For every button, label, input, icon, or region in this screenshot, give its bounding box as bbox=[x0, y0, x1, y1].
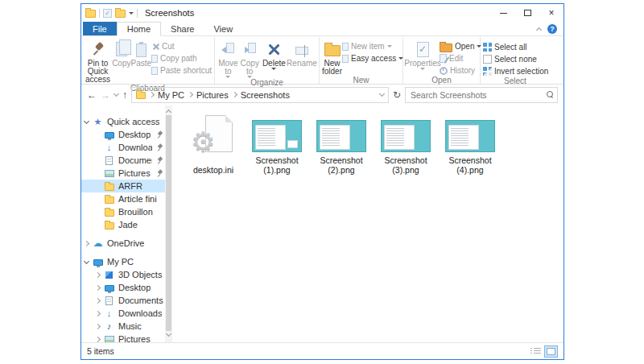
breadcrumb-pictures[interactable]: Pictures bbox=[196, 90, 229, 100]
ribbon-group-open: ✓ Properties Open Edit bbox=[403, 37, 481, 84]
edit-button[interactable]: Edit bbox=[440, 53, 481, 64]
address-breadcrumb[interactable]: My PC Pictures Screenshots bbox=[131, 87, 389, 103]
tab-home[interactable]: Home bbox=[117, 22, 161, 36]
move-to-button[interactable]: Move to bbox=[217, 39, 239, 78]
tab-file[interactable]: File bbox=[83, 22, 117, 35]
copy-to-button[interactable]: Copy to bbox=[239, 39, 261, 78]
file-list-area[interactable]: ⚙ desktop.ini Screenshot (1).png Screens… bbox=[172, 105, 564, 342]
chevron-right-icon[interactable] bbox=[84, 240, 89, 246]
history-button[interactable]: History bbox=[440, 65, 481, 76]
file-screenshot-3[interactable]: Screenshot (3).png bbox=[375, 120, 436, 175]
screenshot-thumbnail bbox=[316, 120, 366, 152]
breadcrumb-screenshots[interactable]: Screenshots bbox=[241, 90, 290, 100]
maximize-button[interactable] bbox=[515, 4, 539, 22]
up-button[interactable]: ↑ bbox=[122, 89, 127, 101]
qat-properties-icon[interactable]: ✓ bbox=[103, 9, 112, 18]
paste-button[interactable]: Paste bbox=[131, 39, 152, 68]
help-icon[interactable]: ? bbox=[547, 24, 557, 34]
ini-file-icon: ⚙ bbox=[191, 115, 236, 162]
chevron-right-icon[interactable] bbox=[95, 271, 101, 277]
refresh-button[interactable]: ↻ bbox=[393, 89, 401, 101]
new-item-button[interactable]: New item bbox=[342, 41, 403, 52]
sidebar-item-pc-documents[interactable]: Documents bbox=[81, 294, 172, 307]
easy-access-button[interactable]: Easy access bbox=[342, 53, 403, 64]
chevron-right-icon[interactable] bbox=[95, 310, 101, 316]
search-input[interactable] bbox=[406, 88, 557, 102]
select-all-icon bbox=[483, 43, 492, 52]
sidebar-item-my-pc[interactable]: My PC bbox=[81, 255, 172, 268]
copy-button[interactable]: Copy bbox=[112, 39, 130, 68]
scrollbar-thumb[interactable] bbox=[166, 115, 171, 331]
sidebar-item-onedrive[interactable]: ☁ OneDrive bbox=[81, 237, 172, 250]
sidebar-item-pc-downloads[interactable]: ↓ Downloads bbox=[81, 307, 172, 320]
sidebar-item-article-fini[interactable]: Article fini bbox=[81, 192, 172, 205]
chevron-right-icon[interactable] bbox=[95, 323, 101, 329]
file-desktop-ini[interactable]: ⚙ desktop.ini bbox=[184, 115, 243, 175]
sidebar-item-pc-desktop[interactable]: Desktop bbox=[81, 281, 172, 294]
sidebar-item-documents[interactable]: Documents bbox=[81, 154, 172, 167]
navigation-pane: ★ Quick access Desktop ↓ Downloads Docum… bbox=[81, 105, 172, 342]
folder-icon bbox=[105, 184, 114, 191]
sidebar-item-arfr[interactable]: ARFR bbox=[81, 180, 172, 192]
desktop-icon bbox=[105, 132, 114, 139]
my-pc-icon bbox=[93, 259, 103, 266]
window-title: Screenshots bbox=[145, 8, 194, 18]
new-folder-icon bbox=[324, 45, 341, 56]
dropdown-arrow-icon bbox=[420, 68, 425, 70]
ribbon-group-select: Select all Select none Invert selection … bbox=[481, 37, 550, 84]
address-bar-row: ← → ↑ My PC Pictures Screenshots ↻ bbox=[81, 85, 564, 105]
search-icon bbox=[547, 91, 553, 97]
file-screenshot-1[interactable]: Screenshot (1).png bbox=[246, 120, 308, 175]
quick-access-star-icon: ★ bbox=[93, 117, 103, 127]
sidebar-item-pc-music[interactable]: ♪ Music bbox=[81, 320, 172, 333]
select-all-button[interactable]: Select all bbox=[483, 42, 548, 52]
chevron-right-icon[interactable] bbox=[95, 297, 101, 303]
sidebar-item-desktop[interactable]: Desktop bbox=[81, 128, 172, 141]
edit-icon bbox=[440, 54, 447, 63]
chevron-down-icon[interactable] bbox=[84, 258, 89, 263]
close-button[interactable]: × bbox=[539, 4, 564, 22]
sidebar-item-downloads[interactable]: ↓ Downloads bbox=[81, 141, 172, 154]
cut-button[interactable]: Cut bbox=[151, 41, 212, 52]
scroll-up-icon[interactable] bbox=[166, 110, 171, 115]
tab-share[interactable]: Share bbox=[161, 22, 204, 35]
new-folder-button[interactable]: New folder bbox=[322, 39, 342, 76]
select-none-icon bbox=[483, 55, 492, 64]
onedrive-icon: ☁ bbox=[93, 238, 103, 249]
collapse-ribbon-icon[interactable] bbox=[536, 27, 542, 32]
back-button[interactable]: ← bbox=[87, 89, 97, 101]
chevron-right-icon[interactable] bbox=[95, 284, 101, 290]
sidebar-item-brouillon[interactable]: Brouillon bbox=[81, 205, 172, 218]
cut-icon bbox=[151, 43, 159, 51]
invert-selection-button[interactable]: Invert selection bbox=[483, 66, 548, 77]
address-dropdown-icon[interactable] bbox=[379, 91, 385, 97]
thumbnail-view-button[interactable] bbox=[544, 345, 558, 358]
sidebar-item-3d-objects[interactable]: 3D Objects bbox=[81, 268, 172, 281]
breadcrumb-my-pc[interactable]: My PC bbox=[158, 90, 184, 100]
chevron-right-icon[interactable] bbox=[95, 336, 101, 341]
sidebar-scrollbar[interactable] bbox=[165, 105, 172, 342]
details-view-button[interactable] bbox=[530, 346, 542, 356]
open-button[interactable]: Open bbox=[440, 41, 481, 52]
copy-path-button[interactable]: Copy path bbox=[151, 53, 212, 64]
file-screenshot-4[interactable]: Screenshot (4).png bbox=[440, 120, 501, 175]
properties-button[interactable]: ✓ Properties bbox=[406, 39, 440, 70]
rename-button[interactable]: Rename bbox=[287, 39, 316, 68]
file-screenshot-2[interactable]: Screenshot (2).png bbox=[311, 120, 372, 175]
qat-dropdown-icon[interactable] bbox=[129, 12, 134, 14]
select-none-button[interactable]: Select none bbox=[483, 54, 548, 64]
pin-to-quick-access-button[interactable]: Pin to Quick access bbox=[84, 39, 112, 84]
delete-button[interactable]: Delete bbox=[261, 39, 287, 70]
sidebar-item-quick-access[interactable]: ★ Quick access bbox=[81, 115, 172, 128]
tab-view[interactable]: View bbox=[204, 22, 242, 35]
chevron-down-icon[interactable] bbox=[84, 118, 89, 123]
paste-shortcut-button[interactable]: Paste shortcut bbox=[151, 65, 212, 76]
scroll-down-icon[interactable] bbox=[166, 331, 171, 337]
sidebar-item-jade[interactable]: Jade bbox=[81, 218, 172, 231]
forward-button[interactable]: → bbox=[101, 89, 110, 101]
sidebar-item-pictures[interactable]: Pictures bbox=[81, 167, 172, 180]
pictures-icon bbox=[105, 170, 114, 177]
gear-icon: ⚙ bbox=[191, 128, 215, 155]
qat-new-folder-icon[interactable] bbox=[115, 10, 126, 18]
minimize-button[interactable] bbox=[491, 4, 515, 22]
